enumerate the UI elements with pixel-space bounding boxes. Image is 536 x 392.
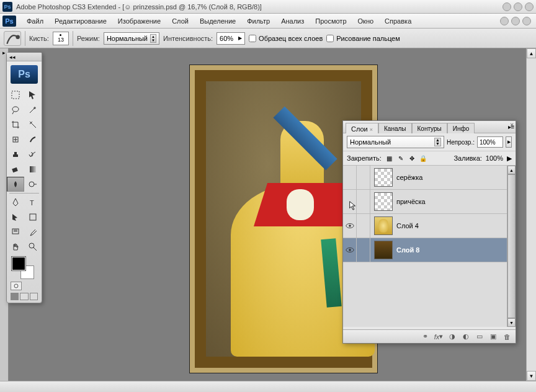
menu-select[interactable]: Выделение xyxy=(194,16,241,27)
lock-position-icon[interactable]: ✥ xyxy=(408,154,416,163)
layer-row[interactable]: Слой 8 xyxy=(343,238,516,262)
lock-transparency-icon[interactable]: ▦ xyxy=(385,154,394,163)
hand-tool[interactable] xyxy=(7,239,24,254)
layer-group-icon[interactable]: ▭ xyxy=(475,332,485,342)
slice-tool[interactable] xyxy=(24,117,42,132)
tab-layers[interactable]: Слои× xyxy=(346,123,378,133)
tab-paths[interactable]: Контуры xyxy=(412,123,447,133)
menu-bar: Ps Файл Редактирование Изображение Слой … xyxy=(0,14,536,29)
opacity-slider-icon[interactable]: ▶ xyxy=(506,136,512,148)
active-tool-icon[interactable] xyxy=(4,31,21,46)
layers-panel: × Слои× Каналы Контуры Инфо ▸≡ Нормальны… xyxy=(342,120,516,344)
menu-window[interactable]: Окно xyxy=(352,16,380,27)
svg-point-11 xyxy=(14,284,18,288)
layers-footer: ⚭ fx▾ ◑ ◐ ▭ ▣ 🗑 xyxy=(343,329,516,343)
finger-paint-checkbox[interactable]: Рисование пальцем xyxy=(326,35,400,42)
blend-mode-dropdown[interactable]: Нормальный▲▼ xyxy=(347,136,444,148)
status-bar xyxy=(0,381,536,392)
layer-name[interactable]: Слой 8 xyxy=(396,246,419,254)
screen-mode-switcher[interactable] xyxy=(11,293,38,300)
vertical-scrollbar[interactable]: ▲▼ xyxy=(526,48,536,381)
color-swatches[interactable] xyxy=(7,254,42,279)
history-brush-tool[interactable] xyxy=(24,147,42,162)
menu-file[interactable]: Файл xyxy=(21,16,49,27)
type-tool[interactable]: T xyxy=(24,195,42,210)
dodge-tool[interactable] xyxy=(24,177,42,192)
menu-help[interactable]: Справка xyxy=(379,16,417,27)
fill-slider-icon[interactable]: ▶ xyxy=(507,154,512,163)
visibility-toggle[interactable] xyxy=(343,238,357,262)
pen-tool[interactable] xyxy=(7,195,24,210)
opacity-field[interactable]: 100% xyxy=(477,136,503,148)
heal-tool[interactable] xyxy=(7,132,24,147)
eyedropper-tool[interactable] xyxy=(24,225,42,239)
wand-tool[interactable] xyxy=(24,102,42,117)
fill-label: Заливка: xyxy=(453,154,481,162)
menu-edit[interactable]: Редактирование xyxy=(49,16,112,27)
window-controls-doc[interactable] xyxy=(500,17,531,25)
foreground-color[interactable] xyxy=(12,257,25,270)
ps-logo-large: Ps xyxy=(11,65,38,84)
link-layers-icon[interactable]: ⚭ xyxy=(420,332,430,342)
visibility-toggle[interactable] xyxy=(343,166,357,189)
panel-scrollbar[interactable]: ▲▼ xyxy=(507,166,516,327)
new-layer-icon[interactable]: ▣ xyxy=(488,332,498,342)
layer-row[interactable]: причёска xyxy=(343,190,516,214)
tab-channels[interactable]: Каналы xyxy=(378,123,412,133)
layer-thumbnail[interactable] xyxy=(374,168,393,187)
zoom-tool[interactable] xyxy=(24,239,42,254)
svg-text:T: T xyxy=(30,199,34,207)
quick-mask-toggle[interactable] xyxy=(11,282,22,290)
notes-tool[interactable] xyxy=(7,225,24,239)
move-tool[interactable] xyxy=(24,87,42,102)
eraser-tool[interactable] xyxy=(7,162,24,177)
layer-row[interactable]: Слой 4 xyxy=(343,214,516,238)
layer-thumbnail[interactable] xyxy=(374,192,393,211)
delete-layer-icon[interactable]: 🗑 xyxy=(502,332,512,342)
window-controls-os[interactable] xyxy=(502,2,534,11)
svg-point-0 xyxy=(16,35,20,39)
shape-tool[interactable] xyxy=(24,210,42,225)
menu-layer[interactable]: Слой xyxy=(166,16,194,27)
menu-view[interactable]: Просмотр xyxy=(310,16,352,27)
adjustment-layer-icon[interactable]: ◐ xyxy=(461,332,471,342)
smudge-tool[interactable] xyxy=(7,177,24,192)
lasso-tool[interactable] xyxy=(7,102,24,117)
lock-all-icon[interactable]: 🔒 xyxy=(419,154,427,163)
mode-label: Режим: xyxy=(77,35,100,42)
mouse-cursor-icon xyxy=(349,201,357,210)
visibility-toggle[interactable] xyxy=(343,214,357,238)
brush-tool[interactable] xyxy=(24,132,42,147)
layer-fx-icon[interactable]: fx▾ xyxy=(434,332,444,342)
mode-dropdown[interactable]: Нормальный ▲▼ xyxy=(104,32,159,45)
opacity-label: Непрозр.: xyxy=(447,139,475,146)
layer-name[interactable]: причёска xyxy=(396,198,426,205)
layer-thumbnail[interactable] xyxy=(374,216,393,235)
gradient-tool[interactable] xyxy=(24,162,42,177)
app-icon: Ps xyxy=(2,2,12,12)
layer-thumbnail[interactable] xyxy=(374,241,393,259)
strength-field[interactable]: 60%▶ xyxy=(217,32,245,45)
svg-point-6 xyxy=(29,182,34,187)
palette-grip[interactable]: ◂◂ xyxy=(7,53,42,61)
stamp-tool[interactable] xyxy=(7,147,24,162)
fill-field[interactable]: 100% xyxy=(486,154,503,162)
sample-all-checkbox[interactable]: Образец всех слоев xyxy=(249,35,323,42)
tab-info[interactable]: Инфо xyxy=(447,123,475,133)
menu-analysis[interactable]: Анализ xyxy=(275,16,310,27)
menu-filter[interactable]: Фильтр xyxy=(241,16,275,27)
brush-preset-picker[interactable]: 13 xyxy=(53,32,69,45)
layer-name[interactable]: серёжка xyxy=(396,174,422,181)
layer-name[interactable]: Слой 4 xyxy=(396,222,419,229)
layer-row[interactable]: серёжка xyxy=(343,166,516,190)
path-select-tool[interactable] xyxy=(7,210,24,225)
ps-logo-icon[interactable]: Ps xyxy=(2,16,16,27)
layer-mask-icon[interactable]: ◑ xyxy=(447,332,457,342)
menu-image[interactable]: Изображение xyxy=(112,16,166,27)
panel-close-icon[interactable]: × xyxy=(510,122,514,128)
crop-tool[interactable] xyxy=(7,117,24,132)
marquee-tool[interactable] xyxy=(7,87,24,102)
svg-rect-5 xyxy=(30,166,36,172)
svg-rect-4 xyxy=(12,167,18,172)
lock-pixels-icon[interactable]: ✎ xyxy=(396,154,405,163)
